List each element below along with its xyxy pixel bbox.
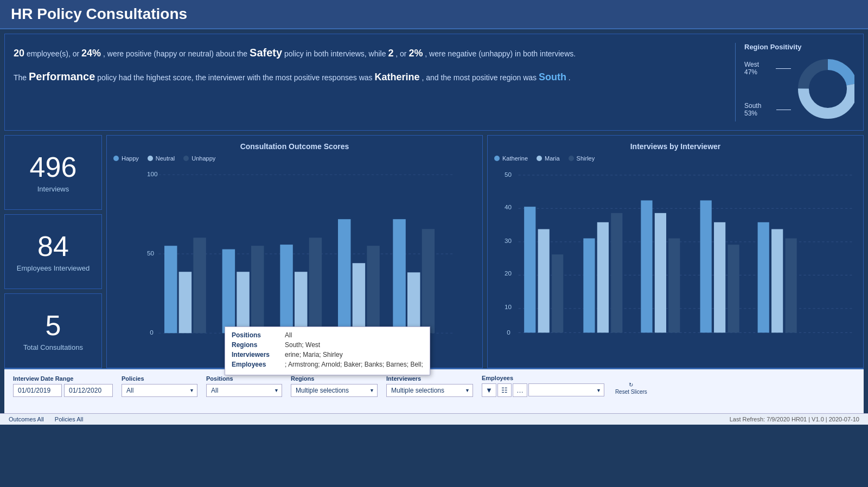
svg-text:Working: Working (761, 338, 784, 339)
employees-select[interactable] (528, 383, 604, 396)
outcomes-label: Outcomes (9, 416, 36, 422)
consultations-card: 5 Total Consultations (4, 293, 102, 368)
tooltip-interviewers-val: erine; Maria; Shirley (285, 351, 343, 358)
tooltip-employees-row: Employees ; Armstrong; Arnold; Baker; Ba… (232, 361, 423, 368)
legend-maria-dot (537, 156, 542, 161)
tooltip-regions-key: Regions (232, 341, 280, 349)
svg-rect-44 (771, 229, 783, 333)
date-range-label: Interview Date Range (13, 375, 113, 382)
perf-unhappy-bar (309, 238, 322, 333)
svg-rect-29 (552, 254, 563, 332)
legend-unhappy-label: Unhappy (192, 155, 215, 162)
summary-name: Katherine (374, 72, 419, 82)
svg-rect-43 (758, 222, 769, 333)
tooltip-positions-row: Positions All (232, 331, 423, 339)
svg-text:Performance: Performance (639, 338, 675, 339)
west-line (776, 68, 791, 69)
filters-row: Interview Date Range Policies All Positi… (13, 375, 855, 397)
regions-select-wrapper: Multiple selections (291, 384, 378, 397)
tooltip-positions-val: All (285, 331, 292, 339)
consultations-value: 5 (46, 310, 61, 341)
date-end-input[interactable] (64, 384, 113, 397)
more-icon-button[interactable]: … (513, 383, 527, 397)
safety-neutral-bar (353, 263, 365, 333)
svg-rect-37 (668, 238, 680, 332)
consultation-chart-legend: Happy Neutral Unhappy (113, 155, 476, 162)
legend-maria: Maria (537, 155, 560, 162)
page-title: HR Policy Consultations (11, 5, 857, 23)
south-line (776, 110, 791, 110)
bottom-bar: Outcomes All Policies All Last Refresh: … (0, 413, 868, 425)
svg-rect-33 (611, 213, 622, 333)
outcomes-val: All (37, 416, 44, 422)
legend-shirley: Shirley (569, 155, 595, 162)
safety-unhappy-bar (367, 246, 379, 333)
region-positivity-panel: Region Positivity West 47% South 53% (735, 43, 854, 121)
interviewer-chart-area: 50 40 30 20 10 0 Health (494, 166, 857, 339)
bottom-left: Outcomes All Policies All (9, 416, 83, 422)
version: HR01 | V1.0 | 2020-07-10 (792, 416, 859, 422)
tooltip-employees-key: Employees (232, 361, 280, 368)
summary-text4: , or (395, 49, 409, 58)
reset-slicers-button[interactable]: ↻ Reset Slicers (613, 380, 649, 397)
svg-rect-36 (655, 213, 666, 333)
positions-select[interactable]: All (206, 384, 282, 397)
employees-group: Employees ▼ ☷ … (482, 375, 604, 397)
donut-chart-container: West 47% South 53% (744, 56, 854, 121)
interviewers-group: Interviewers Multiple selections (386, 375, 473, 397)
health-happy-bar (164, 246, 177, 333)
regions-group: Regions Multiple selections (291, 375, 378, 397)
stats-panel: 496 Interviews 84 Employees Interviewed … (4, 135, 102, 368)
policies-label-bottom: Policies (55, 416, 75, 422)
summary-section: 20 employee(s), or 24% , were positive (… (4, 34, 864, 131)
policies-select[interactable]: All (122, 384, 197, 397)
paypolicy-happy-bar (222, 249, 235, 334)
header: HR Policy Consultations (0, 0, 868, 29)
employees-value: 84 (37, 231, 69, 262)
summary-positive-num: 20 (14, 48, 24, 59)
interviewers-select[interactable]: Multiple selections (386, 384, 473, 397)
south-label: South 53% (744, 102, 791, 117)
date-range-inputs (13, 384, 113, 397)
svg-text:0: 0 (507, 329, 510, 336)
tooltip-regions-val: South; West (285, 341, 320, 349)
donut-svg (795, 56, 854, 121)
perf-happy-bar (280, 245, 292, 333)
interviewers-label: Interviewers (386, 375, 473, 382)
positions-select-wrapper: All (206, 384, 282, 397)
legend-katherine: Katherine (494, 155, 528, 162)
legend-unhappy: Unhappy (183, 155, 215, 162)
interviews-label: Interviews (37, 185, 69, 193)
legend-neutral-dot (148, 156, 153, 161)
interviews-value: 496 (30, 152, 77, 183)
legend-maria-label: Maria (545, 155, 560, 162)
west-label: West 47% (744, 61, 791, 76)
svg-text:Health: Health (171, 338, 190, 339)
legend-happy: Happy (113, 155, 139, 162)
workinghours-unhappy-bar (422, 229, 435, 333)
policies-val-bottom: All (76, 416, 83, 422)
regions-select[interactable]: Multiple selections (291, 384, 378, 397)
svg-text:50: 50 (505, 171, 512, 178)
svg-text:0: 0 (150, 329, 154, 336)
summary-text7: policy had the highest score, the interv… (97, 73, 374, 82)
positions-label: Positions (206, 375, 282, 382)
filter-icon-button[interactable]: ▼ (482, 383, 496, 397)
employees-controls: ▼ ☷ … (482, 383, 604, 397)
summary-text6: The (14, 73, 29, 82)
summary-text2: , were positive (happy or neutral) about… (103, 49, 250, 58)
policies-info: Policies All (55, 416, 84, 422)
svg-rect-27 (524, 207, 535, 332)
legend-neutral-label: Neutral (156, 155, 175, 162)
interviews-card: 496 Interviews (4, 135, 102, 210)
grid-icon-button[interactable]: ☷ (497, 383, 512, 397)
legend-happy-dot (113, 156, 119, 161)
interviewer-chart-title: Interviews by Interviewer (494, 142, 857, 151)
date-start-input[interactable] (13, 384, 62, 397)
legend-katherine-dot (494, 156, 500, 161)
employees-label: Employees Interviewed (17, 264, 90, 272)
summary-region: South (539, 72, 566, 82)
safety-happy-bar (338, 219, 350, 333)
svg-rect-35 (641, 201, 652, 333)
legend-katherine-label: Katherine (502, 155, 528, 162)
